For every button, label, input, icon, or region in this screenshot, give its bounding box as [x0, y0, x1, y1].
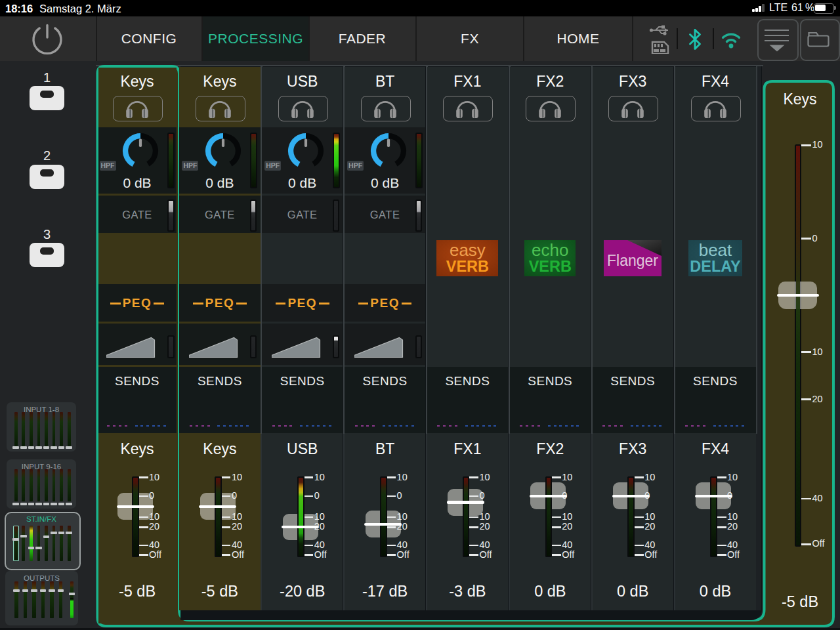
svg-text:Flanger: Flanger [607, 252, 658, 269]
